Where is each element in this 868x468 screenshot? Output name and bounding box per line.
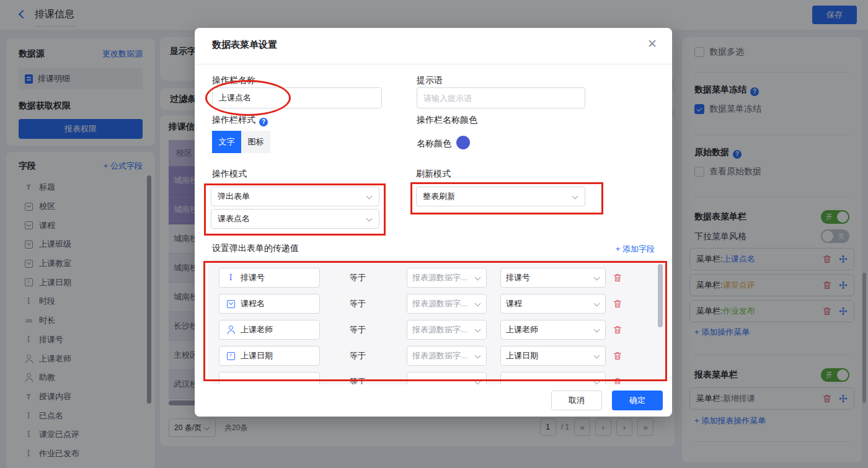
delete-row-button[interactable] (613, 325, 622, 334)
equals-label: 等于 (350, 272, 366, 283)
refresh-mode-select[interactable]: 整表刷新 (416, 187, 585, 206)
chevron-down-icon (594, 301, 600, 307)
value-field-select-value: 排课号 (506, 272, 530, 283)
action-mode-select[interactable]: 弹出表单 (211, 187, 379, 206)
source-field-select-value: 报表源数据字... (412, 350, 467, 361)
chevron-down-icon (572, 193, 578, 200)
confirm-button[interactable]: 确定 (612, 391, 663, 410)
equals-label: 等于 (350, 324, 366, 335)
chevron-down-icon (366, 216, 373, 222)
value-field-select-value: 上课老师 (506, 324, 538, 335)
transfer-list-scrollbar[interactable] (658, 264, 663, 327)
delete-row-button[interactable] (613, 273, 622, 282)
chevron-down-icon (594, 275, 600, 281)
cancel-button[interactable]: 取消 (551, 391, 602, 410)
transfer-field-name: 课程名 (241, 298, 265, 309)
source-field-select[interactable]: 报表源数据字... (407, 320, 487, 340)
transfer-row: 课程名等于报表源数据字...课程 (219, 294, 666, 314)
action-mode-sub-value: 课表点名 (218, 213, 250, 224)
divider (195, 64, 672, 64)
chevron-down-icon (475, 379, 481, 384)
source-field-select-value: 报表源数据字... (412, 324, 467, 335)
chevron-down-icon (475, 301, 481, 307)
person-field-icon (226, 325, 236, 335)
tip-label: 提示语 (417, 75, 443, 86)
source-field-select[interactable]: 报表源数据字... (407, 268, 487, 288)
table-menu-settings-dialog: 数据表菜单设置 ✕ 操作栏名称 提示语 操作栏样式 文字 图标 操作栏名称颜色 … (195, 28, 672, 417)
transfer-row: 上课日期等于报表源数据字...上课日期 (219, 346, 666, 366)
refresh-mode-label: 刷新模式 (416, 169, 451, 180)
select-field-icon (226, 299, 236, 309)
transfer-field-input[interactable] (219, 372, 320, 384)
value-field-select[interactable]: 排课号 (500, 268, 606, 288)
chevron-down-icon (475, 353, 481, 359)
transfer-field-name: 上课老师 (241, 324, 273, 335)
app-root: 排课信息 保存 数据源 更改数据源 排课明细 数据获取权限 报表权限 字段 + … (0, 0, 868, 468)
help-icon[interactable] (259, 118, 268, 126)
action-style-label: 操作栏样式 (212, 115, 268, 126)
chevron-down-icon (594, 379, 600, 384)
transfer-field-input[interactable]: 上课老师 (219, 320, 320, 340)
style-tab-text[interactable]: 文字 (212, 131, 241, 153)
delete-row-button[interactable] (613, 377, 622, 384)
source-field-select[interactable]: 报表源数据字... (407, 294, 487, 314)
source-field-select[interactable] (407, 372, 487, 384)
equals-label: 等于 (350, 376, 366, 384)
text-field-icon (226, 273, 236, 283)
dialog-title: 数据表菜单设置 (212, 39, 277, 51)
value-field-select[interactable] (500, 372, 606, 384)
refresh-mode-value: 整表刷新 (423, 191, 455, 202)
source-field-select-value: 报表源数据字... (412, 298, 467, 309)
transfer-field-input[interactable]: 课程名 (219, 294, 320, 314)
transfer-rows: 排课号等于报表源数据字...排课号课程名等于报表源数据字...课程上课老师等于报… (219, 268, 666, 384)
value-field-select[interactable]: 课程 (500, 294, 606, 314)
delete-row-button[interactable] (613, 299, 622, 308)
tip-input[interactable] (417, 87, 585, 108)
value-field-select[interactable]: 上课老师 (500, 320, 606, 340)
transfer-row-partial: 等于 (219, 372, 666, 384)
chevron-down-icon (594, 327, 600, 333)
value-field-select-value: 上课日期 (506, 350, 538, 361)
action-mode-sub-select[interactable]: 课表点名 (211, 209, 379, 229)
chevron-down-icon (475, 275, 481, 281)
transfer-field-input[interactable]: 上课日期 (219, 346, 320, 366)
action-mode-label: 操作模式 (212, 169, 247, 180)
chevron-down-icon (594, 353, 600, 359)
action-name-label: 操作栏名称 (212, 75, 255, 86)
transfer-values-label: 设置弹出表单的传递值 (212, 243, 299, 254)
name-color-section-label: 操作栏名称颜色 (417, 115, 477, 126)
transfer-values-list: 排课号等于报表源数据字...排课号课程名等于报表源数据字...课程上课老师等于报… (208, 259, 666, 384)
transfer-field-name: 排课号 (241, 272, 265, 283)
chevron-down-icon (475, 327, 481, 333)
transfer-row: 上课老师等于报表源数据字...上课老师 (219, 320, 666, 340)
date-field-icon (226, 351, 236, 361)
style-tab-icon[interactable]: 图标 (241, 131, 270, 153)
close-icon[interactable]: ✕ (647, 37, 657, 51)
chevron-down-icon (366, 193, 373, 200)
source-field-select[interactable]: 报表源数据字... (407, 346, 487, 366)
add-field-link[interactable]: + 添加字段 (616, 244, 655, 255)
value-field-select-value: 课程 (506, 298, 522, 309)
name-color-swatch[interactable] (456, 136, 470, 149)
action-mode-value: 弹出表单 (218, 191, 250, 202)
equals-label: 等于 (350, 298, 366, 309)
name-color-label: 名称颜色 (417, 138, 451, 149)
delete-row-button[interactable] (613, 351, 622, 360)
transfer-field-input[interactable]: 排课号 (219, 268, 320, 288)
action-name-input[interactable] (212, 87, 382, 108)
value-field-select[interactable]: 上课日期 (500, 346, 606, 366)
transfer-field-name: 上课日期 (241, 350, 273, 361)
source-field-select-value: 报表源数据字... (412, 272, 467, 283)
transfer-row: 排课号等于报表源数据字...排课号 (219, 268, 666, 288)
equals-label: 等于 (350, 350, 366, 361)
style-segmented-control: 文字 图标 (212, 131, 270, 153)
